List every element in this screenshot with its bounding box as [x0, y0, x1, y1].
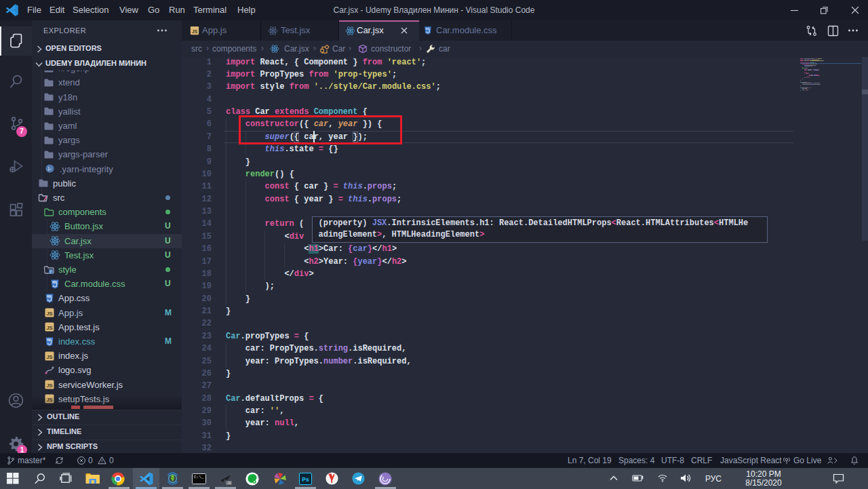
svg-text:JS: JS: [46, 353, 52, 359]
svg-text:.08: .08: [226, 482, 231, 485]
svg-text:JS: JS: [46, 311, 52, 317]
svg-text:C:\_: C:\_: [194, 475, 204, 480]
svg-text:Ps: Ps: [302, 476, 309, 483]
svg-text:JS: JS: [192, 29, 198, 34]
svg-text:JS: JS: [46, 383, 52, 389]
svg-text:JS: JS: [46, 325, 52, 331]
